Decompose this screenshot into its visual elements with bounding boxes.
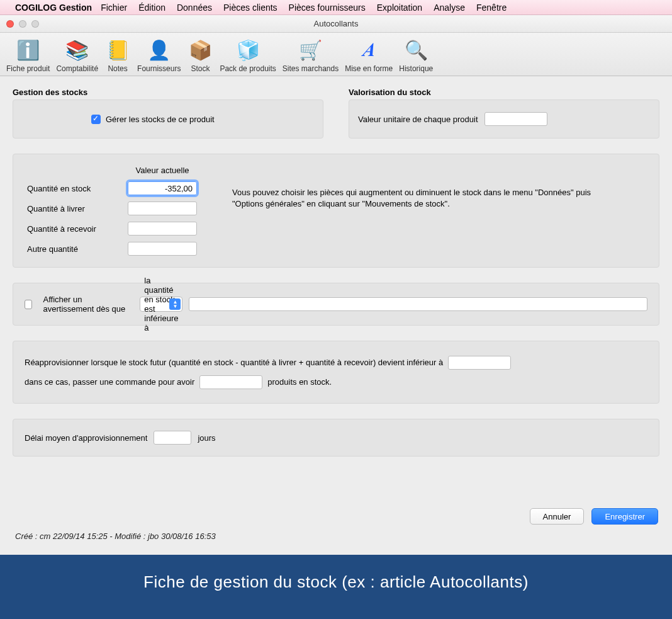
toolbar-fournisseurs[interactable]: 👤 Fournisseurs xyxy=(137,37,181,73)
toolbar-comptabilite[interactable]: 📚 Comptabilité xyxy=(56,37,98,73)
toolbar-label: Comptabilité xyxy=(56,64,98,73)
toolbar-fiche-produit[interactable]: ℹ️ Fiche produit xyxy=(6,37,50,73)
toolbar-label: Stock xyxy=(191,64,210,73)
menu-fenetre[interactable]: Fenêtre xyxy=(476,3,507,13)
label-unit-value: Valeur unitaire de chaque produit xyxy=(358,115,478,124)
label-lead-time-unit: jours xyxy=(198,433,215,443)
menu-analyse[interactable]: Analyse xyxy=(434,3,465,13)
toolbar-mise-en-forme[interactable]: 𝑨 Mise en forme xyxy=(345,37,393,73)
menu-donnees[interactable]: Données xyxy=(177,3,212,13)
header-current-value: Valeur actuelle xyxy=(128,166,197,175)
cubes-icon: 🧊 xyxy=(235,37,261,63)
window-titlebar: Autocollants xyxy=(0,15,672,33)
app-name[interactable]: COGILOG Gestion xyxy=(15,3,92,13)
label-reorder-suffix: produits en stock. xyxy=(267,372,332,392)
search-icon: 🔍 xyxy=(403,37,429,63)
panel-valuation: Valeur unitaire de chaque produit xyxy=(349,99,659,139)
label-lead-time: Délai moyen d'approvisionnement xyxy=(25,433,147,443)
hint-stock-movements: Vous pouvez choisir les pièces qui augme… xyxy=(203,187,606,209)
chevron-updown-icon: ▲▼ xyxy=(169,298,181,310)
record-meta: Créé : cm 22/09/14 15:25 - Modifié : jbo… xyxy=(15,531,216,541)
label-reorder-when: Réapprovisionner lorsque le stock futur … xyxy=(25,353,443,372)
menu-exploitation[interactable]: Exploitation xyxy=(377,3,422,13)
menu-pieces-fournisseurs[interactable]: Pièces fournisseurs xyxy=(289,3,366,13)
label-qty-in-stock: Quantité en stock xyxy=(27,184,121,193)
input-reorder-threshold[interactable] xyxy=(448,356,511,370)
panel-warning: Afficher un avertissement dès que la qua… xyxy=(13,283,659,326)
checkbox-show-warning[interactable] xyxy=(25,300,32,309)
checkbox-manage-stock[interactable] xyxy=(91,115,101,124)
box-icon: 📦 xyxy=(187,37,213,63)
slide-caption: Fiche de gestion du stock (ex : article … xyxy=(0,555,672,619)
label-show-warning: Afficher un avertissement dès que xyxy=(43,295,134,314)
toolbar-label: Historique xyxy=(399,64,433,73)
menu-pieces-clients[interactable]: Pièces clients xyxy=(223,3,277,13)
menu-fichier[interactable]: Fichier xyxy=(101,3,127,13)
panel-reorder: Réapprovisionner lorsque le stock futur … xyxy=(13,341,659,404)
input-qty-other[interactable] xyxy=(128,242,197,256)
save-button[interactable]: Enregistrer xyxy=(591,508,658,525)
toolbar-label: Fournisseurs xyxy=(137,64,181,73)
input-qty-to-receive[interactable] xyxy=(128,222,197,236)
note-icon: 📒 xyxy=(104,37,131,63)
info-icon: ℹ️ xyxy=(15,37,42,63)
toolbar-historique[interactable]: 🔍 Historique xyxy=(399,37,433,73)
input-qty-to-deliver[interactable] xyxy=(128,202,197,215)
window-title: Autocollants xyxy=(0,19,672,28)
input-lead-time[interactable] xyxy=(154,431,191,445)
mac-menubar: COGILOG Gestion Fichier Édition Données … xyxy=(0,0,672,15)
font-icon: 𝑨 xyxy=(356,37,382,63)
toolbar-label: Notes xyxy=(108,64,127,73)
group-title-stock: Gestion des stocks xyxy=(13,88,323,97)
panel-quantities: Valeur actuelle Quantité en stock Vous p… xyxy=(13,154,659,268)
toolbar-sites-marchands[interactable]: 🛒 Sites marchands xyxy=(283,37,339,73)
toolbar-label: Fiche produit xyxy=(6,64,50,73)
label-manage-stock: Gérer les stocks de ce produit xyxy=(106,115,215,124)
cancel-button[interactable]: Annuler xyxy=(530,508,585,525)
window-body: Gestion des stocks Gérer les stocks de c… xyxy=(0,76,672,555)
panel-lead-time: Délai moyen d'approvisionnement jours xyxy=(13,419,659,457)
toolbar-label: Pack de produits xyxy=(220,64,276,73)
toolbar: ℹ️ Fiche produit 📚 Comptabilité 📒 Notes … xyxy=(0,33,672,76)
input-reorder-target[interactable] xyxy=(199,375,262,389)
label-qty-to-receive: Quantité à recevoir xyxy=(27,224,121,234)
panel-stock-management: Gérer les stocks de ce produit xyxy=(13,99,323,139)
group-title-valuation: Valorisation du stock xyxy=(349,88,659,97)
input-warning-threshold[interactable] xyxy=(189,297,647,311)
select-warning-condition[interactable]: la quantité en stock est inférieure à ▲▼ xyxy=(140,297,182,312)
input-qty-in-stock[interactable] xyxy=(128,181,197,195)
label-reorder-order: dans ce cas, passer une commande pour av… xyxy=(25,372,194,392)
input-unit-value[interactable] xyxy=(484,112,547,126)
cart-icon: 🛒 xyxy=(298,37,324,63)
label-qty-to-deliver: Quantité à livrer xyxy=(27,204,121,213)
books-icon: 📚 xyxy=(64,37,91,63)
person-icon: 👤 xyxy=(146,37,172,63)
label-qty-other: Autre quantité xyxy=(27,244,121,254)
toolbar-stock[interactable]: 📦 Stock xyxy=(187,37,213,73)
toolbar-label: Sites marchands xyxy=(283,64,339,73)
toolbar-pack-produits[interactable]: 🧊 Pack de produits xyxy=(220,37,276,73)
menu-edition[interactable]: Édition xyxy=(138,3,165,13)
toolbar-label: Mise en forme xyxy=(345,64,393,73)
toolbar-notes[interactable]: 📒 Notes xyxy=(104,37,131,73)
